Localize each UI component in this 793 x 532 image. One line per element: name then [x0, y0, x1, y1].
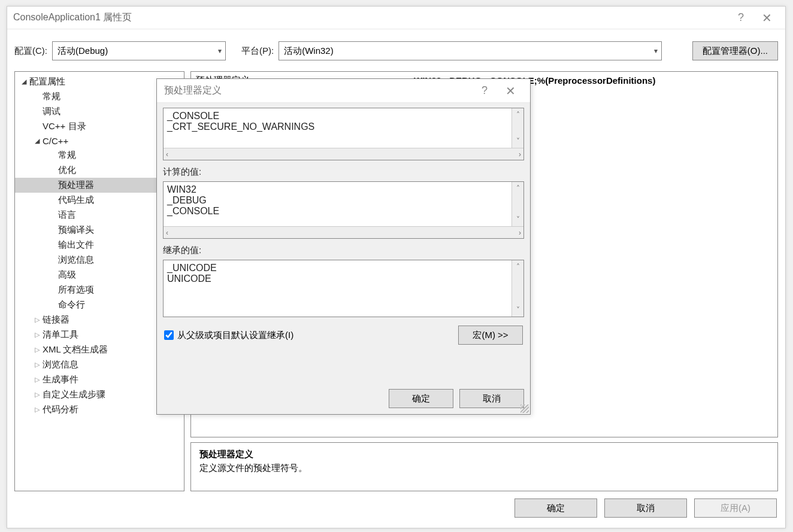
dialog-body: _CONSOLE _CRT_SECURE_NO_WARNINGS ˄ ˅ ‹ ›…	[157, 103, 530, 383]
tree-item-label: 预编译头	[57, 224, 94, 236]
resize-grip-icon[interactable]	[520, 405, 529, 413]
inherited-label: 继承的值:	[163, 241, 524, 257]
vertical-scrollbar[interactable]: ˄ ˅	[511, 182, 523, 226]
tree-item-label: 常规	[41, 91, 60, 102]
scroll-down-icon[interactable]: ˅	[516, 137, 520, 145]
edit-listbox-content[interactable]: _CONSOLE _CRT_SECURE_NO_WARNINGS	[164, 108, 511, 148]
horizontal-scrollbar[interactable]: ‹ ›	[164, 148, 523, 160]
triangle-right-icon[interactable]	[33, 331, 41, 339]
tree-item-label: 清单工具	[41, 329, 78, 341]
main-footer: 确定 取消 应用(A)	[7, 491, 785, 525]
chevron-down-icon: ▾	[654, 47, 658, 55]
tree-item-label: 命令行	[57, 299, 85, 311]
computed-listbox: WIN32 _DEBUG _CONSOLE ˄ ˅ ‹ ›	[163, 181, 524, 239]
tree-item-label: 所有选项	[57, 284, 94, 296]
triangle-down-icon[interactable]	[20, 78, 28, 86]
main-window-title: ConsoleApplication1 属性页	[13, 11, 727, 24]
tree-item-label: 常规	[57, 150, 76, 161]
help-icon[interactable]: ?	[727, 11, 755, 24]
tree-item-label: XML 文档生成器	[41, 344, 108, 355]
dialog-ok-button[interactable]: 确定	[389, 389, 453, 408]
tree-item-label: 高级	[57, 269, 76, 281]
tree-item-label: 生成事件	[41, 374, 78, 385]
main-titlebar: ConsoleApplication1 属性页 ? ✕	[7, 7, 785, 29]
scroll-left-icon[interactable]: ‹	[166, 229, 168, 237]
triangle-right-icon[interactable]	[33, 376, 41, 384]
scroll-up-icon[interactable]: ˄	[516, 263, 520, 271]
tree-item-label: C/C++	[41, 136, 68, 146]
tree-item-label: 配置属性	[28, 76, 65, 87]
triangle-right-icon[interactable]	[33, 361, 41, 369]
computed-listbox-content: WIN32 _DEBUG _CONSOLE	[164, 182, 511, 226]
dialog-cancel-button[interactable]: 取消	[459, 389, 524, 408]
tree-item-label: 代码生成	[57, 194, 94, 206]
scroll-right-icon[interactable]: ›	[519, 150, 521, 159]
help-icon[interactable]: ?	[471, 84, 498, 97]
config-label: 配置(C):	[14, 45, 47, 57]
tree-item-label: 自定义生成步骤	[41, 389, 105, 400]
dialog-footer: 确定 取消	[157, 383, 530, 414]
inherit-row: 从父级或项目默认设置继承(I) 宏(M) >>	[163, 320, 524, 347]
tree-item-label: 优化	[57, 165, 76, 176]
cancel-button[interactable]: 取消	[604, 498, 687, 518]
inherited-listbox-content: _UNICODE UNICODE	[164, 260, 511, 317]
tree-item-label: 预处理器	[57, 180, 94, 191]
description-title: 预处理器定义	[199, 449, 769, 460]
tree-item-label: 输出文件	[57, 239, 94, 251]
scroll-right-icon[interactable]: ›	[519, 229, 521, 237]
tree-item-label: 代码分析	[41, 404, 78, 415]
inherit-checkbox-input[interactable]	[164, 330, 174, 340]
vertical-scrollbar[interactable]: ˄ ˅	[511, 260, 523, 317]
dialog-titlebar: 预处理器定义 ? ✕	[157, 79, 530, 103]
inherit-checkbox[interactable]: 从父级或项目默认设置继承(I)	[164, 330, 293, 341]
platform-dropdown-value: 活动(Win32)	[284, 45, 334, 57]
scroll-down-icon[interactable]: ˅	[516, 306, 520, 314]
tree-item-label: 链接器	[41, 314, 69, 326]
description-text: 定义源文件的预处理符号。	[199, 463, 769, 474]
vertical-scrollbar[interactable]: ˄ ˅	[511, 108, 523, 148]
triangle-right-icon[interactable]	[33, 346, 41, 354]
tree-item-label: 调试	[41, 106, 60, 117]
close-icon[interactable]: ✕	[498, 84, 523, 98]
config-manager-button[interactable]: 配置管理器(O)...	[692, 41, 778, 60]
tree-item-label: 语言	[57, 209, 76, 221]
tree-item-label: VC++ 目录	[41, 121, 86, 132]
scroll-up-icon[interactable]: ˄	[516, 111, 520, 119]
config-dropdown[interactable]: 活动(Debug) ▾	[52, 41, 226, 60]
config-dropdown-value: 活动(Debug)	[57, 45, 108, 57]
inherited-listbox: _UNICODE UNICODE ˄ ˅	[163, 260, 524, 317]
triangle-right-icon[interactable]	[33, 406, 41, 414]
chevron-down-icon: ▾	[218, 47, 222, 55]
triangle-right-icon[interactable]	[33, 391, 41, 399]
scroll-up-icon[interactable]: ˄	[516, 184, 520, 193]
close-icon[interactable]: ✕	[755, 11, 779, 25]
config-row: 配置(C): 活动(Debug) ▾ 平台(P): 活动(Win32) ▾ 配置…	[7, 29, 785, 69]
computed-label: 计算的值:	[163, 163, 524, 179]
platform-dropdown[interactable]: 活动(Win32) ▾	[279, 41, 662, 60]
ok-button[interactable]: 确定	[514, 498, 597, 518]
description-box: 预处理器定义 定义源文件的预处理符号。	[190, 442, 778, 491]
tree-item-label: 浏览信息	[41, 359, 78, 370]
tree-item-label: 浏览信息	[57, 254, 94, 266]
horizontal-scrollbar[interactable]: ‹ ›	[164, 226, 523, 238]
platform-label: 平台(P):	[241, 45, 274, 57]
triangle-right-icon[interactable]	[33, 316, 41, 324]
dialog-title: 预处理器定义	[164, 84, 471, 97]
preprocessor-definitions-dialog: 预处理器定义 ? ✕ _CONSOLE _CRT_SECURE_NO_WARNI…	[156, 78, 531, 415]
edit-listbox[interactable]: _CONSOLE _CRT_SECURE_NO_WARNINGS ˄ ˅ ‹ ›	[163, 108, 524, 160]
apply-button[interactable]: 应用(A)	[694, 498, 777, 518]
scroll-left-icon[interactable]: ‹	[166, 150, 168, 159]
macro-button[interactable]: 宏(M) >>	[458, 326, 523, 345]
triangle-down-icon[interactable]	[33, 137, 41, 145]
inherit-checkbox-label: 从父级或项目默认设置继承(I)	[177, 330, 293, 341]
scroll-down-icon[interactable]: ˅	[516, 215, 520, 224]
